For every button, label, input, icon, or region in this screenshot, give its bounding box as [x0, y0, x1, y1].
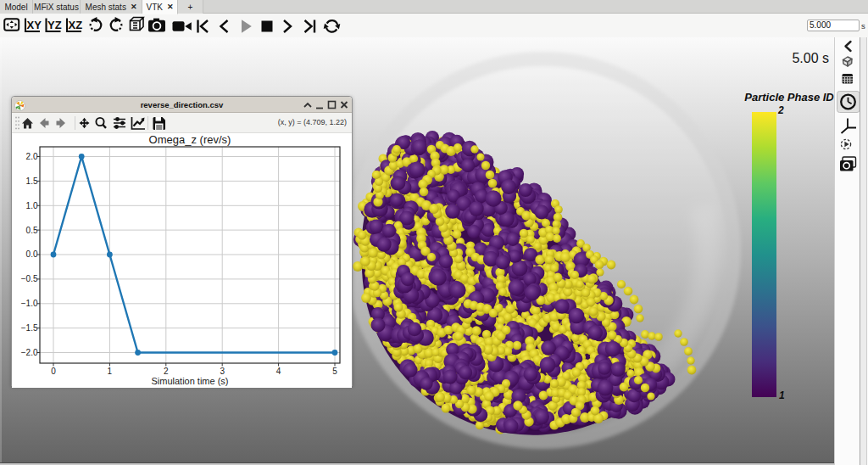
- svg-text:0: 0: [51, 367, 56, 376]
- svg-text:XZ: XZ: [69, 19, 83, 31]
- svg-text:XY: XY: [27, 19, 42, 31]
- svg-text:1: 1: [108, 367, 113, 376]
- svg-text:0.5: 0.5: [26, 226, 38, 235]
- svg-text:1.0: 1.0: [26, 201, 38, 210]
- svg-text:1.5: 1.5: [26, 176, 38, 186]
- svg-text:5: 5: [332, 367, 337, 376]
- svg-text:2.0: 2.0: [26, 152, 38, 161]
- svg-text:−2.0: −2.0: [21, 348, 38, 357]
- svg-text:2: 2: [164, 367, 169, 376]
- svg-text:Omega_z (rev/s): Omega_z (rev/s): [149, 133, 231, 146]
- svg-text:−1.5: −1.5: [21, 323, 38, 333]
- svg-text:4: 4: [276, 367, 281, 376]
- svg-text:3: 3: [220, 367, 225, 376]
- svg-text:0.0: 0.0: [26, 249, 38, 259]
- svg-text:−0.5: −0.5: [21, 274, 38, 283]
- svg-text:YZ: YZ: [47, 19, 62, 31]
- svg-text:Simulation time (s): Simulation time (s): [151, 376, 228, 386]
- svg-text:−1.0: −1.0: [21, 299, 38, 308]
